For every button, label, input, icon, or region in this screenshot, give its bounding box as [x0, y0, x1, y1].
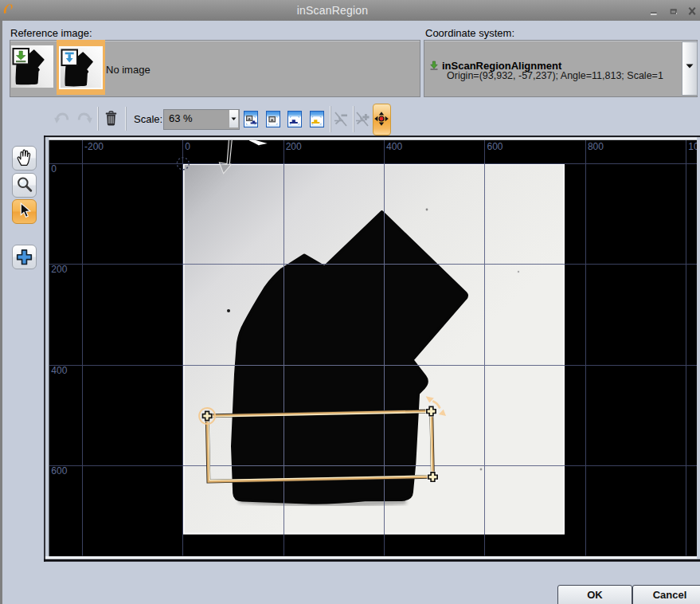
svg-text:600: 600	[487, 141, 503, 152]
svg-text:200: 200	[286, 141, 302, 152]
svg-text:-200: -200	[84, 141, 104, 152]
svg-text:400: 400	[386, 141, 402, 152]
svg-text:0: 0	[51, 163, 57, 175]
svg-text:400: 400	[51, 365, 67, 376]
svg-text:600: 600	[51, 465, 67, 477]
svg-text:200: 200	[51, 264, 67, 275]
svg-text:800: 800	[588, 141, 604, 152]
svg-text:0: 0	[185, 141, 190, 152]
